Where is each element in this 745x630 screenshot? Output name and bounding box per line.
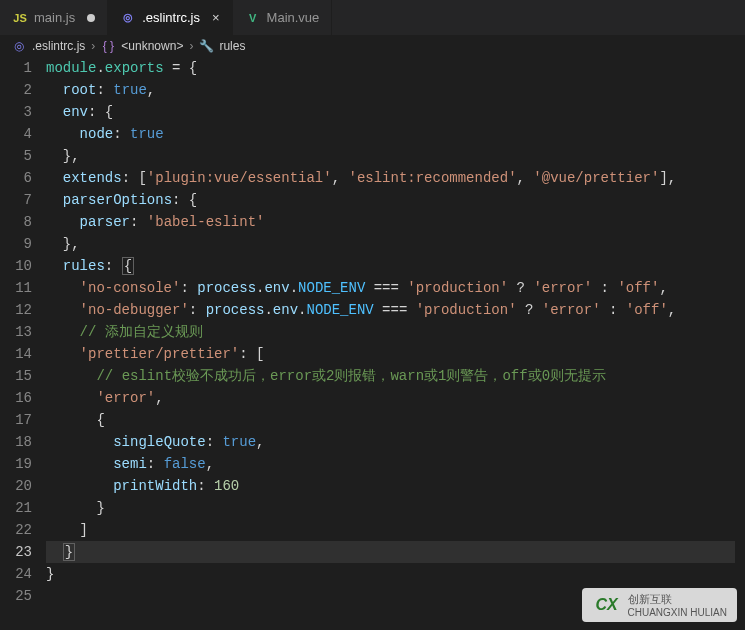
line-number: 4 — [0, 123, 32, 145]
code-line[interactable]: } — [46, 563, 735, 585]
watermark-logo: CX — [592, 594, 622, 616]
line-number: 17 — [0, 409, 32, 431]
line-number: 22 — [0, 519, 32, 541]
line-number: 18 — [0, 431, 32, 453]
line-number: 14 — [0, 343, 32, 365]
line-number: 20 — [0, 475, 32, 497]
code-line[interactable]: // eslint校验不成功后，error或2则报错，warn或1则警告，off… — [46, 365, 735, 387]
code-line[interactable]: root: true, — [46, 79, 735, 101]
code-line[interactable]: 'no-console': process.env.NODE_ENV === '… — [46, 277, 735, 299]
code-line[interactable]: semi: false, — [46, 453, 735, 475]
vue-icon: V — [245, 10, 261, 26]
code-line[interactable]: printWidth: 160 — [46, 475, 735, 497]
close-icon[interactable]: × — [212, 10, 220, 25]
code-line[interactable]: }, — [46, 233, 735, 255]
wrench-icon: 🔧 — [199, 39, 213, 53]
line-number: 2 — [0, 79, 32, 101]
tab-bar: JS main.js ◎ .eslintrc.js × V Main.vue — [0, 0, 745, 35]
line-number: 19 — [0, 453, 32, 475]
line-number: 3 — [0, 101, 32, 123]
editor[interactable]: 1234567891011121314151617181920212223242… — [0, 57, 745, 630]
code-line[interactable]: // 添加自定义规则 — [46, 321, 735, 343]
line-number: 9 — [0, 233, 32, 255]
code-line[interactable]: rules: { — [46, 255, 735, 277]
line-number: 13 — [0, 321, 32, 343]
line-number: 25 — [0, 585, 32, 607]
modified-dot-icon — [87, 14, 95, 22]
line-number-gutter: 1234567891011121314151617181920212223242… — [0, 57, 46, 630]
tab-label: .eslintrc.js — [142, 10, 200, 25]
line-number: 8 — [0, 211, 32, 233]
line-number: 24 — [0, 563, 32, 585]
code-line[interactable]: module.exports = { — [46, 57, 735, 79]
breadcrumb-file[interactable]: .eslintrc.js — [32, 39, 85, 53]
code-line[interactable]: parserOptions: { — [46, 189, 735, 211]
code-line[interactable]: env: { — [46, 101, 735, 123]
line-number: 7 — [0, 189, 32, 211]
watermark: CX 创新互联 CHUANGXIN HULIAN — [582, 588, 737, 622]
tab-label: main.js — [34, 10, 75, 25]
eslint-icon: ◎ — [12, 39, 26, 53]
code-line[interactable]: parser: 'babel-eslint' — [46, 211, 735, 233]
code-line[interactable]: extends: ['plugin:vue/essential', 'eslin… — [46, 167, 735, 189]
code-line[interactable]: singleQuote: true, — [46, 431, 735, 453]
line-number: 11 — [0, 277, 32, 299]
line-number: 12 — [0, 299, 32, 321]
breadcrumb-symbol[interactable]: <unknown> — [121, 39, 183, 53]
code-area[interactable]: module.exports = { root: true, env: { no… — [46, 57, 745, 630]
code-line[interactable]: node: true — [46, 123, 735, 145]
tab-main-vue[interactable]: V Main.vue — [233, 0, 333, 35]
code-line[interactable]: 'no-debugger': process.env.NODE_ENV === … — [46, 299, 735, 321]
line-number: 23 — [0, 541, 32, 563]
watermark-text: 创新互联 — [628, 592, 727, 607]
eslint-icon: ◎ — [120, 10, 136, 26]
tab-eslintrc[interactable]: ◎ .eslintrc.js × — [108, 0, 232, 35]
line-number: 6 — [0, 167, 32, 189]
code-line[interactable]: } — [46, 497, 735, 519]
breadcrumb-rules[interactable]: rules — [219, 39, 245, 53]
line-number: 15 — [0, 365, 32, 387]
line-number: 5 — [0, 145, 32, 167]
tab-main-js[interactable]: JS main.js — [0, 0, 108, 35]
code-line[interactable]: 'prettier/prettier': [ — [46, 343, 735, 365]
code-line[interactable]: { — [46, 409, 735, 431]
tab-label: Main.vue — [267, 10, 320, 25]
line-number: 10 — [0, 255, 32, 277]
code-line[interactable]: 'error', — [46, 387, 735, 409]
chevron-right-icon: › — [91, 39, 95, 53]
watermark-subtext: CHUANGXIN HULIAN — [628, 607, 727, 618]
line-number: 1 — [0, 57, 32, 79]
line-number: 21 — [0, 497, 32, 519]
symbol-icon: { } — [101, 39, 115, 53]
breadcrumb: ◎ .eslintrc.js › { } <unknown> › 🔧 rules — [0, 35, 745, 57]
code-line[interactable]: ] — [46, 519, 735, 541]
js-icon: JS — [12, 10, 28, 26]
line-number: 16 — [0, 387, 32, 409]
code-line[interactable]: }, — [46, 145, 735, 167]
chevron-right-icon: › — [189, 39, 193, 53]
code-line[interactable]: } — [46, 541, 735, 563]
